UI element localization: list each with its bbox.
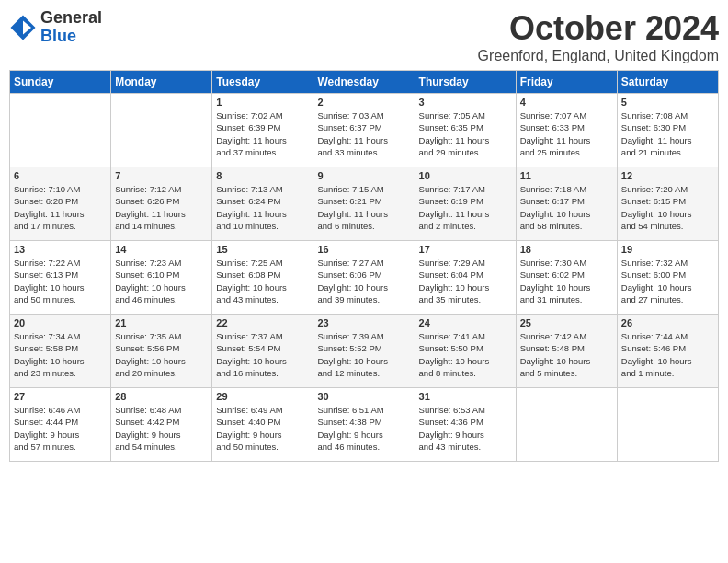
calendar-cell: 24Sunrise: 7:41 AM Sunset: 5:50 PM Dayli… (415, 315, 516, 388)
calendar-cell: 12Sunrise: 7:20 AM Sunset: 6:15 PM Dayli… (617, 167, 718, 241)
calendar-cell (516, 388, 617, 462)
day-info: Sunrise: 6:46 AM Sunset: 4:44 PM Dayligh… (14, 404, 107, 453)
day-info: Sunrise: 7:37 AM Sunset: 5:54 PM Dayligh… (216, 330, 309, 379)
header-cell-tuesday: Tuesday (212, 71, 313, 94)
day-info: Sunrise: 7:42 AM Sunset: 5:48 PM Dayligh… (520, 330, 613, 379)
calendar-cell: 25Sunrise: 7:42 AM Sunset: 5:48 PM Dayli… (516, 315, 617, 388)
calendar-cell: 16Sunrise: 7:27 AM Sunset: 6:06 PM Dayli… (313, 241, 415, 315)
day-info: Sunrise: 7:22 AM Sunset: 6:13 PM Dayligh… (14, 257, 107, 305)
day-number: 23 (317, 317, 410, 328)
calendar-cell: 28Sunrise: 6:48 AM Sunset: 4:42 PM Dayli… (111, 388, 212, 462)
day-number: 20 (14, 317, 107, 328)
day-number: 25 (520, 317, 613, 328)
day-info: Sunrise: 7:35 AM Sunset: 5:56 PM Dayligh… (115, 330, 208, 379)
calendar-cell: 8Sunrise: 7:13 AM Sunset: 6:24 PM Daylig… (212, 167, 313, 241)
calendar-cell: 6Sunrise: 7:10 AM Sunset: 6:28 PM Daylig… (10, 167, 111, 241)
calendar-week-1: 1Sunrise: 7:02 AM Sunset: 6:39 PM Daylig… (10, 94, 719, 167)
day-number: 13 (14, 244, 107, 255)
title-block: October 2024 Greenford, England, United … (478, 9, 719, 64)
calendar-cell: 11Sunrise: 7:18 AM Sunset: 6:17 PM Dayli… (516, 167, 617, 241)
day-number: 4 (520, 97, 613, 108)
day-info: Sunrise: 7:05 AM Sunset: 6:35 PM Dayligh… (419, 109, 512, 158)
calendar-cell: 4Sunrise: 7:07 AM Sunset: 6:33 PM Daylig… (516, 94, 617, 167)
calendar-cell: 14Sunrise: 7:23 AM Sunset: 6:10 PM Dayli… (111, 241, 212, 315)
day-number: 15 (216, 244, 309, 255)
calendar-cell: 13Sunrise: 7:22 AM Sunset: 6:13 PM Dayli… (10, 241, 111, 315)
day-info: Sunrise: 7:34 AM Sunset: 5:58 PM Dayligh… (14, 330, 107, 379)
day-info: Sunrise: 7:17 AM Sunset: 6:19 PM Dayligh… (419, 183, 512, 232)
calendar-cell: 7Sunrise: 7:12 AM Sunset: 6:26 PM Daylig… (111, 167, 212, 241)
day-number: 1 (216, 97, 309, 108)
day-number: 18 (520, 244, 613, 255)
calendar-cell (10, 94, 111, 167)
day-info: Sunrise: 7:08 AM Sunset: 6:30 PM Dayligh… (621, 109, 714, 158)
day-number: 16 (317, 244, 410, 255)
logo-text: General Blue (40, 9, 102, 46)
day-number: 5 (621, 97, 714, 108)
day-info: Sunrise: 7:39 AM Sunset: 5:52 PM Dayligh… (317, 330, 410, 379)
calendar-cell: 31Sunrise: 6:53 AM Sunset: 4:36 PM Dayli… (415, 388, 516, 462)
calendar-cell: 23Sunrise: 7:39 AM Sunset: 5:52 PM Dayli… (313, 315, 415, 388)
calendar-cell: 10Sunrise: 7:17 AM Sunset: 6:19 PM Dayli… (415, 167, 516, 241)
day-number: 28 (115, 391, 208, 402)
header-cell-friday: Friday (516, 71, 617, 94)
day-info: Sunrise: 6:51 AM Sunset: 4:38 PM Dayligh… (317, 404, 410, 453)
day-number: 30 (317, 391, 410, 402)
calendar-cell (617, 388, 718, 462)
day-info: Sunrise: 7:32 AM Sunset: 6:00 PM Dayligh… (621, 257, 714, 305)
day-number: 2 (317, 97, 410, 108)
day-info: Sunrise: 6:48 AM Sunset: 4:42 PM Dayligh… (115, 404, 208, 453)
calendar-cell: 26Sunrise: 7:44 AM Sunset: 5:46 PM Dayli… (617, 315, 718, 388)
day-number: 17 (419, 244, 512, 255)
day-info: Sunrise: 7:07 AM Sunset: 6:33 PM Dayligh… (520, 109, 613, 158)
header-cell-saturday: Saturday (617, 71, 718, 94)
logo-general: General (40, 8, 102, 27)
day-number: 21 (115, 317, 208, 328)
calendar-cell: 5Sunrise: 7:08 AM Sunset: 6:30 PM Daylig… (617, 94, 718, 167)
calendar-cell: 15Sunrise: 7:25 AM Sunset: 6:08 PM Dayli… (212, 241, 313, 315)
day-number: 8 (216, 170, 309, 181)
day-info: Sunrise: 7:44 AM Sunset: 5:46 PM Dayligh… (621, 330, 714, 379)
location: Greenford, England, United Kingdom (478, 48, 719, 64)
calendar-cell: 21Sunrise: 7:35 AM Sunset: 5:56 PM Dayli… (111, 315, 212, 388)
day-info: Sunrise: 7:02 AM Sunset: 6:39 PM Dayligh… (216, 109, 309, 158)
calendar-cell: 22Sunrise: 7:37 AM Sunset: 5:54 PM Dayli… (212, 315, 313, 388)
day-info: Sunrise: 7:20 AM Sunset: 6:15 PM Dayligh… (621, 183, 714, 232)
day-number: 29 (216, 391, 309, 402)
calendar-week-4: 20Sunrise: 7:34 AM Sunset: 5:58 PM Dayli… (10, 315, 719, 388)
calendar-cell: 20Sunrise: 7:34 AM Sunset: 5:58 PM Dayli… (10, 315, 111, 388)
calendar-cell: 17Sunrise: 7:29 AM Sunset: 6:04 PM Dayli… (415, 241, 516, 315)
day-number: 27 (14, 391, 107, 402)
day-info: Sunrise: 6:49 AM Sunset: 4:40 PM Dayligh… (216, 404, 309, 453)
day-info: Sunrise: 6:53 AM Sunset: 4:36 PM Dayligh… (419, 404, 512, 453)
calendar-cell: 30Sunrise: 6:51 AM Sunset: 4:38 PM Dayli… (313, 388, 415, 462)
header-cell-thursday: Thursday (415, 71, 516, 94)
calendar-cell: 9Sunrise: 7:15 AM Sunset: 6:21 PM Daylig… (313, 167, 415, 241)
day-info: Sunrise: 7:29 AM Sunset: 6:04 PM Dayligh… (419, 257, 512, 305)
logo-icon (9, 14, 37, 41)
day-number: 12 (621, 170, 714, 181)
day-number: 11 (520, 170, 613, 181)
day-number: 26 (621, 317, 714, 328)
logo-blue: Blue (40, 27, 76, 45)
day-number: 6 (14, 170, 107, 181)
day-number: 22 (216, 317, 309, 328)
day-info: Sunrise: 7:27 AM Sunset: 6:06 PM Dayligh… (317, 257, 410, 305)
day-number: 10 (419, 170, 512, 181)
day-info: Sunrise: 7:25 AM Sunset: 6:08 PM Dayligh… (216, 257, 309, 305)
day-number: 31 (419, 391, 512, 402)
header-cell-sunday: Sunday (10, 71, 111, 94)
calendar-cell: 19Sunrise: 7:32 AM Sunset: 6:00 PM Dayli… (617, 241, 718, 315)
month-title: October 2024 (478, 9, 719, 48)
calendar-cell (111, 94, 212, 167)
calendar-table: SundayMondayTuesdayWednesdayThursdayFrid… (9, 70, 719, 462)
day-info: Sunrise: 7:18 AM Sunset: 6:17 PM Dayligh… (520, 183, 613, 232)
logo: General Blue (9, 9, 102, 46)
day-info: Sunrise: 7:03 AM Sunset: 6:37 PM Dayligh… (317, 109, 410, 158)
calendar-week-2: 6Sunrise: 7:10 AM Sunset: 6:28 PM Daylig… (10, 167, 719, 241)
calendar-cell: 1Sunrise: 7:02 AM Sunset: 6:39 PM Daylig… (212, 94, 313, 167)
calendar-week-5: 27Sunrise: 6:46 AM Sunset: 4:44 PM Dayli… (10, 388, 719, 462)
calendar-week-3: 13Sunrise: 7:22 AM Sunset: 6:13 PM Dayli… (10, 241, 719, 315)
day-number: 3 (419, 97, 512, 108)
day-info: Sunrise: 7:13 AM Sunset: 6:24 PM Dayligh… (216, 183, 309, 232)
